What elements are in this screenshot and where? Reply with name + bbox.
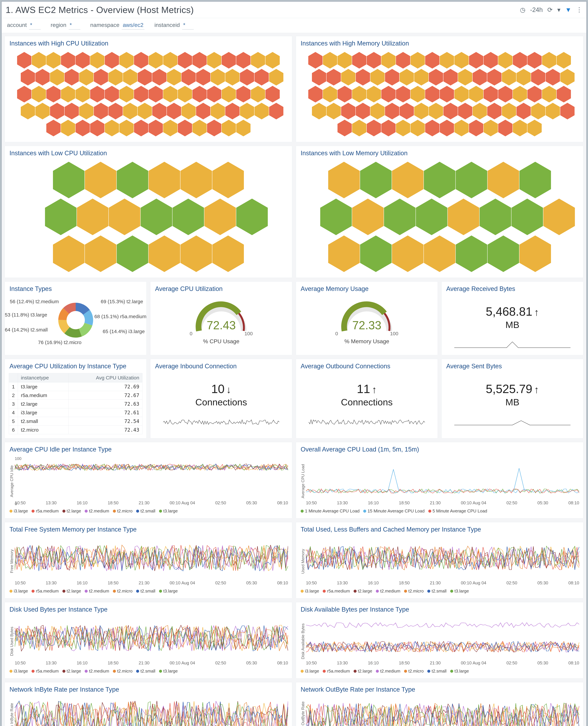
hex-cell[interactable] (396, 86, 410, 102)
legend-item[interactable]: t3.large (159, 668, 178, 674)
hex-cell[interactable] (456, 235, 487, 272)
hex-cell[interactable] (149, 52, 163, 68)
hex-cell[interactable] (337, 86, 352, 102)
hex-cell[interactable] (50, 103, 64, 119)
hex-cell[interactable] (236, 52, 251, 68)
hex-cell[interactable] (254, 69, 269, 85)
hex-cell[interactable] (352, 86, 366, 102)
filter-account[interactable]: account (7, 21, 41, 29)
hex-cell[interactable] (149, 120, 163, 136)
legend-item[interactable]: t2.small (136, 509, 155, 514)
table-row[interactable]: 6t2.micro72.43 (9, 426, 143, 434)
hex-cell[interactable] (396, 52, 410, 68)
hex-cell[interactable] (61, 86, 75, 102)
hex-cell[interactable] (328, 162, 360, 198)
hex-cell[interactable] (240, 69, 254, 85)
panel-high-mem[interactable]: Instances with High Memory Utilization (296, 36, 583, 142)
hex-cell[interactable] (222, 52, 236, 68)
filter-value[interactable] (29, 21, 41, 29)
legend-item[interactable]: 1 Minute Average CPU Load (301, 509, 360, 514)
hex-cell[interactable] (487, 69, 502, 85)
hex-cell[interactable] (50, 69, 64, 85)
hex-cell[interactable] (222, 86, 236, 102)
hex-cell[interactable] (123, 103, 137, 119)
hex-cell[interactable] (458, 69, 472, 85)
hex-cell[interactable] (123, 69, 137, 85)
filter-value[interactable]: aws/ec2 (122, 21, 144, 29)
hex-cell[interactable] (385, 103, 399, 119)
hex-cell[interactable] (381, 86, 396, 102)
clock-icon[interactable]: ◷ (520, 6, 525, 14)
hex-cell[interactable] (367, 52, 381, 68)
filter-icon[interactable]: ▼ (565, 6, 571, 14)
hex-cell[interactable] (337, 52, 352, 68)
hex-cell[interactable] (266, 52, 280, 68)
legend-item[interactable]: t2.small (427, 668, 446, 674)
hex-cell[interactable] (46, 86, 61, 102)
hex-cell[interactable] (517, 69, 531, 85)
hex-cell[interactable] (65, 103, 79, 119)
panel-disk-used[interactable]: Disk Used Bytes per Instance Type Disk U… (5, 602, 292, 679)
hex-cell[interactable] (414, 103, 428, 119)
col-index[interactable] (9, 373, 18, 382)
hex-cell[interactable] (94, 103, 108, 119)
hex-cell[interactable] (531, 103, 545, 119)
hex-cell[interactable] (546, 103, 560, 119)
hex-cell[interactable] (77, 199, 108, 235)
hex-cell[interactable] (517, 103, 531, 119)
hex-cell[interactable] (469, 52, 483, 68)
legend-item[interactable]: t2.large (62, 668, 81, 674)
panel-cpu-by-type[interactable]: Average CPU Utilization by Instance Type… (5, 359, 147, 438)
legend-item[interactable]: t2.micro (113, 668, 132, 674)
hex-cell[interactable] (498, 120, 512, 136)
legend-item[interactable]: t3.large (450, 668, 469, 674)
hex-cell[interactable] (266, 86, 280, 102)
hex-cell[interactable] (90, 86, 104, 102)
hex-cell[interactable] (163, 120, 177, 136)
hex-cell[interactable] (167, 103, 181, 119)
hex-cell[interactable] (328, 235, 360, 272)
more-icon[interactable]: ⋮ (576, 6, 582, 14)
hex-cell[interactable] (105, 120, 119, 136)
hex-cell[interactable] (440, 52, 454, 68)
hex-cell[interactable] (152, 69, 167, 85)
chevron-down-icon[interactable]: ▾ (557, 6, 561, 14)
legend-item[interactable]: r5a.medium (323, 588, 350, 594)
hex-cell[interactable] (370, 103, 385, 119)
hex-cell[interactable] (236, 120, 251, 136)
hex-cell[interactable] (513, 86, 527, 102)
hex-cell[interactable] (192, 120, 207, 136)
hex-cell[interactable] (531, 69, 545, 85)
hex-cell[interactable] (167, 69, 181, 85)
hex-cell[interactable] (498, 52, 512, 68)
hex-cell[interactable] (196, 103, 210, 119)
legend-item[interactable]: r5a.medium (31, 588, 59, 594)
hex-cell[interactable] (90, 120, 104, 136)
panel-avg-mem[interactable]: Average Memory Usage 72.33 0100 % Memory… (296, 282, 438, 355)
hex-cell[interactable] (400, 69, 414, 85)
hex-cell[interactable] (79, 69, 93, 85)
hex-cell[interactable] (79, 103, 93, 119)
legend-item[interactable]: r5a.medium (31, 509, 59, 514)
hex-cell[interactable] (323, 52, 337, 68)
hex-cell[interactable] (487, 103, 502, 119)
hex-cell[interactable] (207, 52, 221, 68)
hex-cell[interactable] (134, 86, 148, 102)
hex-cell[interactable] (440, 120, 454, 136)
hex-cell[interactable] (269, 69, 284, 85)
hex-cell[interactable] (352, 52, 366, 68)
hex-cell[interactable] (141, 199, 172, 235)
hex-cell[interactable] (152, 103, 167, 119)
hex-cell[interactable] (520, 235, 551, 272)
hex-cell[interactable] (480, 199, 511, 235)
hex-cell[interactable] (484, 86, 498, 102)
panel-cpu-idle[interactable]: Average CPU Idle per Instance Type Avera… (5, 442, 292, 518)
panel-instance-types[interactable]: Instance Types 69 (15.3%) t2.large 68 (1… (5, 282, 147, 355)
hex-cell[interactable] (117, 235, 148, 272)
legend-item[interactable]: i3.large (9, 509, 28, 514)
hex-cell[interactable] (251, 52, 265, 68)
hex-cell[interactable] (21, 103, 35, 119)
hex-cell[interactable] (448, 199, 479, 235)
panel-used-mem[interactable]: Total Used, Less Buffers and Cached Memo… (296, 522, 583, 599)
hex-cell[interactable] (327, 103, 341, 119)
